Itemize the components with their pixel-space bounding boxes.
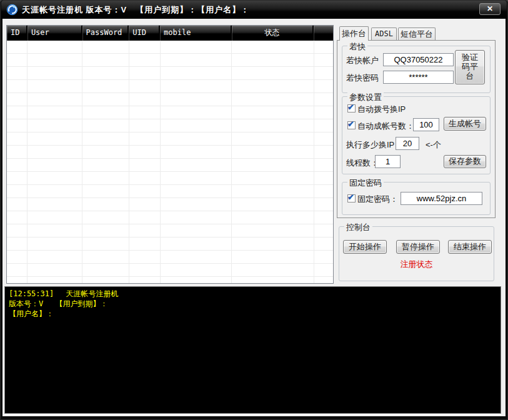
save-params-button[interactable]: 保存参数 [444,155,486,168]
ip-change-count-input[interactable] [396,137,419,150]
params-group-label: 参数设置 [347,92,384,103]
stop-operation-button[interactable]: 结束操作 [448,240,492,254]
tab-page-operation: 若快 若快帐户 若快密码 验证码平台 参数设置 ✔ 自动拨号换IP ✔ 自动成帐… [337,40,496,218]
ip-change-suffix: <-个 [426,139,441,151]
auto-account-label: 自动成帐号数： [357,121,414,132]
pause-operation-button[interactable]: 暂停操作 [396,240,440,254]
title-bar[interactable]: 天涯帐号注册机 版本号：V 【用户到期】：【用户名】： ✕ [1,1,507,19]
check-icon: ✔ [347,192,354,202]
fixed-password-label: 固定密码： [357,194,398,205]
fixed-password-checkbox[interactable]: ✔ [347,194,356,202]
thread-count-label: 线程数： [346,158,379,169]
registration-status-text: 注册状态 [339,259,494,270]
log-line: [12:55:31] 天涯帐号注册机 [9,289,497,299]
table-column-user [27,41,82,283]
tab-operation[interactable]: 操作台 [339,26,369,41]
auto-account-checkbox[interactable]: ✔ [347,121,356,129]
params-group: 参数设置 ✔ 自动拨号换IP ✔ 自动成帐号数： 生成帐号 执行多少换IP <-… [342,96,491,174]
table-body[interactable] [7,41,333,283]
column-header-extra[interactable] [314,26,333,41]
tab-sms-platform[interactable]: 短信平台 [398,28,436,40]
ruokuai-account-label: 若快帐户 [346,55,379,66]
table-column-id [7,41,27,283]
column-header-uid[interactable]: UID [129,26,160,41]
ruokuai-group: 若快 若快帐户 若快密码 验证码平台 [342,46,491,93]
ip-change-label: 执行多少换IP [346,139,394,151]
column-header-password[interactable]: PassWord [82,26,129,41]
window-title: 天涯帐号注册机 版本号：V 【用户到期】：【用户名】： [22,4,249,16]
console-group: 控制台 开始操作 暂停操作 结束操作 注册状态 [339,226,494,281]
table-column-extra [314,41,333,283]
fixed-password-group-label: 固定密码 [347,178,384,189]
app-window: 天涯帐号注册机 版本号：V 【用户到期】：【用户名】： ✕ ID User Pa… [0,0,508,420]
ruokuai-group-label: 若快 [347,41,367,52]
captcha-platform-button[interactable]: 验证码平台 [455,50,485,84]
thread-count-input[interactable] [375,155,401,168]
column-header-status[interactable]: 状态 [232,26,314,41]
account-table: ID User PassWord UID mobile 状态 [6,25,334,284]
client-area: ID User PassWord UID mobile 状态 操作台 ADSL … [2,19,506,416]
table-column-password [82,41,129,283]
log-console[interactable]: [12:55:31] 天涯帐号注册机 版本号：V 【用户到期】： 【用户名】： [4,286,501,414]
fixed-password-input[interactable] [401,192,482,205]
log-line: 【用户名】： [9,309,497,319]
close-icon: ✕ [487,4,493,13]
start-operation-button[interactable]: 开始操作 [343,240,387,254]
generate-accounts-button[interactable]: 生成帐号 [444,117,486,131]
ruokuai-account-input[interactable] [383,53,454,66]
column-header-id[interactable]: ID [7,26,27,41]
check-icon: ✔ [347,119,354,129]
log-line: 版本号：V 【用户到期】： [9,299,497,309]
console-group-label: 控制台 [344,222,372,233]
column-header-user[interactable]: User [27,26,82,41]
tab-adsl[interactable]: ADSL [371,28,397,40]
ruokuai-password-input[interactable] [383,71,454,84]
auto-dial-checkbox[interactable]: ✔ [347,104,356,112]
table-column-status [232,41,314,283]
table-header-row: ID User PassWord UID mobile 状态 [7,26,333,41]
column-header-mobile[interactable]: mobile [160,26,232,41]
fixed-password-group: 固定密码 ✔ 固定密码： [342,182,491,215]
app-logo-icon [6,4,18,16]
ruokuai-password-label: 若快密码 [346,72,379,84]
auto-dial-label: 自动拨号换IP [357,104,406,115]
table-column-mobile [161,41,232,283]
table-column-uid [129,41,161,283]
check-icon: ✔ [347,102,354,112]
close-button[interactable]: ✕ [479,3,501,15]
auto-account-count-input[interactable] [413,118,439,131]
